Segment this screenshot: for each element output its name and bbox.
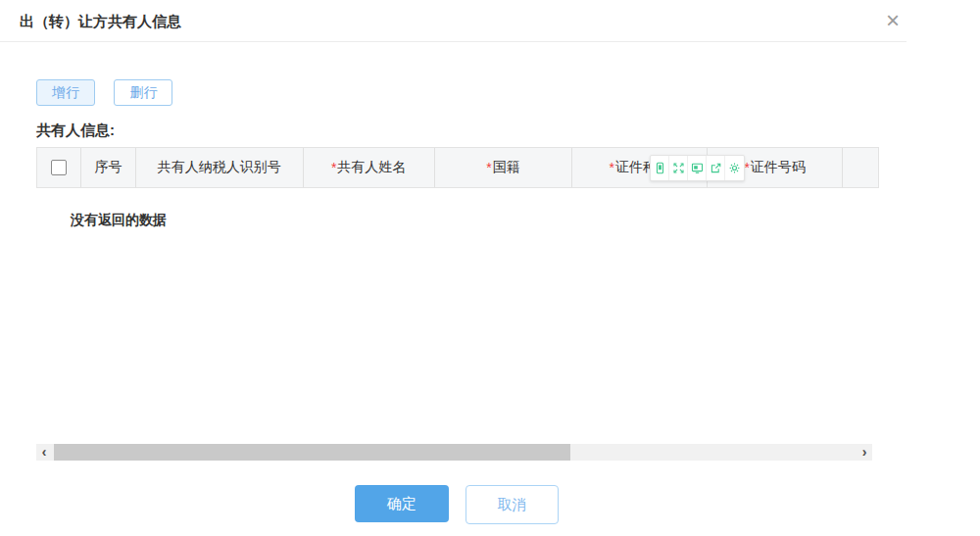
select-all-cell (37, 148, 81, 187)
coowner-info-dialog: 出（转）让方共有人信息 × 增行 删行 共有人信息: 序号 共有人纳税人识别号 … (0, 0, 980, 536)
required-mark: * (331, 160, 336, 175)
row-actions: 增行 删行 (36, 79, 172, 106)
select-all-checkbox[interactable] (51, 160, 67, 175)
delete-row-button[interactable]: 删行 (114, 79, 172, 106)
column-header-taxid: 共有人纳税人识别号 (136, 148, 304, 187)
gear-icon[interactable] (725, 156, 744, 180)
extension-overlay-toolbar (650, 155, 745, 181)
dialog-title: 出（转）让方共有人信息 (20, 13, 181, 31)
column-header-empty (843, 148, 878, 187)
expand-arrows-icon[interactable] (669, 156, 688, 180)
scroll-left-arrow-icon[interactable]: ‹ (36, 444, 52, 461)
mobile-icon[interactable] (651, 156, 669, 180)
column-header-seq: 序号 (81, 148, 136, 187)
dialog-footer: 确定 取消 (0, 485, 980, 524)
section-label: 共有人信息: (36, 122, 115, 140)
required-mark: * (744, 160, 749, 175)
required-mark: * (486, 160, 491, 175)
horizontal-scrollbar[interactable]: ‹ › (36, 444, 872, 461)
coowner-table-header: 序号 共有人纳税人识别号 * 共有人姓名 * 国籍 * 证件种类 * 证件号码 (36, 147, 879, 188)
column-header-name: * 共有人姓名 (304, 148, 435, 187)
monitor-icon[interactable] (688, 156, 707, 180)
confirm-button[interactable]: 确定 (355, 485, 449, 522)
close-icon[interactable]: × (880, 8, 906, 33)
scrollbar-thumb[interactable] (54, 444, 570, 461)
external-link-icon[interactable] (707, 156, 725, 180)
cancel-button[interactable]: 取消 (466, 485, 559, 524)
required-mark: * (610, 160, 614, 175)
scroll-right-arrow-icon[interactable]: › (857, 444, 872, 461)
empty-data-text: 没有返回的数据 (71, 212, 167, 229)
add-row-button[interactable]: 增行 (36, 79, 95, 106)
dialog-header: 出（转）让方共有人信息 (0, 0, 906, 42)
column-header-nationality: * 国籍 (435, 148, 573, 187)
